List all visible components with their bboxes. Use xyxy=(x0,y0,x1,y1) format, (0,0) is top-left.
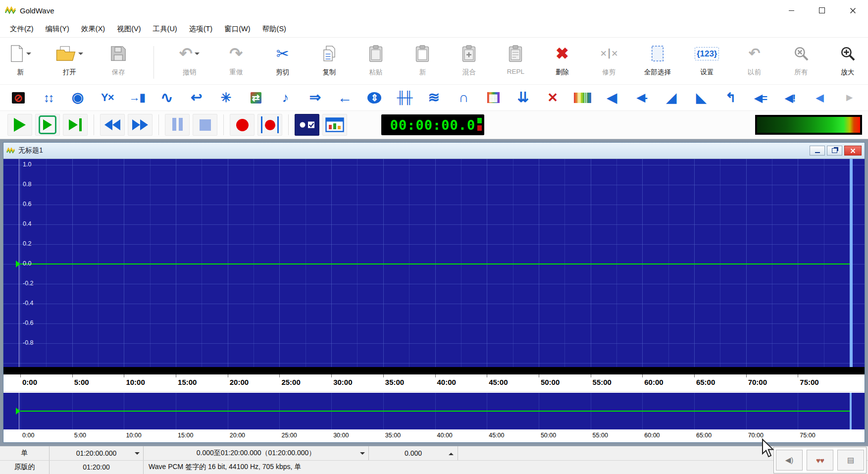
censor-icon[interactable]: ⊘ xyxy=(8,87,29,108)
rewind-icon xyxy=(104,119,112,130)
menu-item[interactable]: 文件(Z) xyxy=(4,21,40,37)
restore-icon xyxy=(832,148,837,153)
record-selection-button[interactable] xyxy=(257,114,282,136)
filter-icon[interactable]: ╫╫ xyxy=(394,87,414,108)
menu-item[interactable]: 编辑(Y) xyxy=(40,21,75,37)
mix-down-icon[interactable]: ⇊ xyxy=(512,87,533,108)
echo-icon[interactable]: Y× xyxy=(97,87,118,108)
replace-button[interactable]: REPL xyxy=(504,40,527,75)
spectrum-icon[interactable]: ▦ xyxy=(483,87,504,108)
redo-button[interactable]: ↷ 重做 xyxy=(225,40,248,77)
max-volume-icon[interactable]: ◀! xyxy=(780,87,801,108)
fade-out-icon[interactable]: ◣ xyxy=(691,87,712,108)
overview-time-label: 40:00 xyxy=(437,432,453,439)
noise-reduction-icon[interactable]: ✕ xyxy=(542,87,563,108)
expander-icon[interactable]: ⇕ xyxy=(364,87,385,108)
effect-glyph: ✕ xyxy=(547,91,558,104)
grid-line-vertical xyxy=(746,159,747,367)
select-all-button[interactable]: 全部选择 xyxy=(644,40,671,77)
visual-display-button[interactable] xyxy=(322,114,347,136)
dropdown-arrow-icon[interactable] xyxy=(360,452,365,457)
menu-item[interactable]: 窗口(W) xyxy=(218,21,256,37)
paste-button[interactable]: 粘贴 xyxy=(364,40,387,77)
preset-arrow-icon[interactable]: ► xyxy=(839,87,860,108)
close-button[interactable] xyxy=(837,0,868,21)
title-bar: GoldWave xyxy=(0,0,868,21)
volume-icon[interactable]: ◀ xyxy=(810,87,830,108)
level-meter-gradient xyxy=(757,117,860,133)
plugin-icon[interactable]: ✳ xyxy=(216,87,237,108)
dropdown-caret-icon[interactable] xyxy=(195,53,200,57)
equalizer-icon[interactable]: ║║ xyxy=(572,87,593,108)
shift-icon[interactable]: ⇒ xyxy=(305,87,326,108)
record-button[interactable] xyxy=(230,114,255,136)
flanger-icon[interactable]: ∿ xyxy=(156,87,177,108)
document-close-button[interactable] xyxy=(844,146,862,156)
stop-button[interactable] xyxy=(193,114,217,136)
trim-button[interactable]: ✕┃✕ 修剪 xyxy=(598,40,620,77)
quantize-icon[interactable]: ♪ xyxy=(275,87,296,108)
undo-button[interactable]: ↶ 撤销 xyxy=(178,40,201,77)
fade-in-icon[interactable]: ◢ xyxy=(661,87,682,108)
document-minimize-button[interactable] xyxy=(810,146,825,156)
zoom-all-button[interactable]: 所有 xyxy=(790,40,813,77)
waveform-display[interactable]: 1.00.80.60.40.20.0-0.2-0.4-0.6-0.8 xyxy=(3,159,865,367)
pan-icon[interactable]: ◀ xyxy=(602,87,622,108)
overview-display[interactable] xyxy=(3,393,865,429)
delete-button[interactable]: ✖ 删除 xyxy=(551,40,574,77)
save-button[interactable]: 保存 xyxy=(107,40,130,77)
close-icon xyxy=(850,148,856,154)
shape-volume-icon[interactable]: ◀= xyxy=(750,87,771,108)
match-volume-icon[interactable]: ↰ xyxy=(720,87,741,108)
amplitude-label: 0.0 xyxy=(23,260,31,267)
dropdown-arrow-icon[interactable] xyxy=(135,452,140,457)
dynamics-icon[interactable]: ◉ xyxy=(67,87,88,108)
new-button[interactable]: 新 xyxy=(9,40,32,77)
monitor-button[interactable] xyxy=(295,114,319,136)
play-selection-button[interactable] xyxy=(35,114,60,136)
maximize-button[interactable] xyxy=(807,0,837,21)
menu-item[interactable]: 工具(U) xyxy=(147,21,183,37)
doubler-icon[interactable]: ↕↕ xyxy=(38,87,58,108)
pause-button[interactable] xyxy=(165,114,190,136)
cut-button[interactable]: ✂ 剪切 xyxy=(271,40,294,77)
selection-range-dropdown[interactable]: 0.000至01:20:00.000（01:20:00.000） xyxy=(144,446,369,460)
menu-item[interactable]: 效果(X) xyxy=(75,21,111,37)
minimize-button[interactable] xyxy=(776,0,807,21)
rewind-button[interactable] xyxy=(100,114,125,136)
axis-tick xyxy=(642,374,643,377)
play-to-end-button[interactable] xyxy=(63,114,88,136)
play-button[interactable] xyxy=(7,114,32,136)
doppler-icon[interactable]: ≋ xyxy=(423,87,444,108)
previous-zoom-button[interactable]: ↶ 以前 xyxy=(743,40,766,77)
reverse-icon[interactable]: ← xyxy=(334,87,355,108)
menu-item[interactable]: 帮助(S) xyxy=(256,21,292,37)
spinner-up-icon[interactable] xyxy=(449,450,454,455)
invert-icon[interactable]: ↩ xyxy=(186,87,207,108)
fast-forward-button[interactable] xyxy=(128,114,153,136)
time-label: 35:00 xyxy=(385,378,404,386)
dropdown-caret-icon[interactable] xyxy=(26,53,31,57)
mechanize-icon[interactable]: ∩ xyxy=(453,87,474,108)
effect-glyph: ◀! xyxy=(785,93,795,103)
overview-time-label: 25:00 xyxy=(281,432,297,439)
grid-line-vertical xyxy=(20,159,21,367)
menu-item[interactable]: 选项(T) xyxy=(183,21,219,37)
paste-new-button[interactable]: 新 xyxy=(411,40,434,77)
copy-button[interactable]: 复制 xyxy=(318,40,341,77)
zoom-in-button[interactable]: 放大 xyxy=(836,40,859,77)
set-button[interactable]: {123} 设置 xyxy=(695,40,719,77)
time-axis[interactable]: 0:005:0010:0015:0020:0025:0030:0035:0040… xyxy=(3,374,865,392)
interchange-icon[interactable]: ⇄ xyxy=(246,87,266,108)
menu-item[interactable]: 视图(V) xyxy=(111,21,147,37)
position-cell[interactable]: 0.000 xyxy=(369,446,458,460)
mix-button[interactable]: 混合 xyxy=(458,40,480,77)
document-title-bar[interactable]: 无标题1 xyxy=(3,143,865,159)
total-length-dropdown[interactable]: 01:20:00.000 xyxy=(50,446,144,460)
playback-rate-icon[interactable]: ◀- xyxy=(631,87,652,108)
offset-icon[interactable]: →▮ xyxy=(127,87,148,108)
toolbar-separator xyxy=(223,114,224,135)
open-button[interactable]: 打开 xyxy=(55,40,83,77)
dropdown-caret-icon[interactable] xyxy=(78,53,83,57)
document-restore-button[interactable] xyxy=(827,146,842,156)
